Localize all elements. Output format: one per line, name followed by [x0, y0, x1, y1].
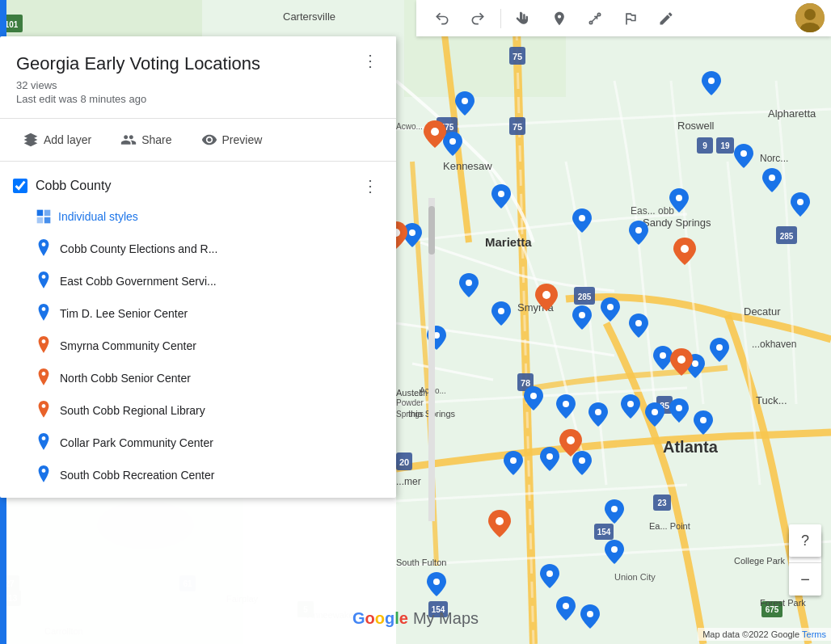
- sidebar-panel: Georgia Early Voting Locations 32 views …: [0, 36, 396, 498]
- sidebar-toolbar: Add layer Share Preview: [0, 119, 396, 162]
- svg-point-87: [635, 227, 642, 234]
- layer-header: Cobb County ⋮: [0, 162, 396, 205]
- user-avatar[interactable]: [795, 3, 825, 32]
- svg-point-111: [563, 603, 569, 609]
- ruler-tool-button[interactable]: [650, 6, 682, 32]
- pin-tool-button[interactable]: [543, 6, 576, 32]
- svg-point-84: [498, 308, 504, 314]
- svg-point-114: [611, 506, 618, 512]
- location-name: Collar Park Community Center: [60, 436, 213, 449]
- location-name: Tim D. Lee Senior Center: [60, 307, 188, 320]
- svg-rect-131: [44, 217, 51, 223]
- location-item[interactable]: North Cobb Senior Center: [0, 362, 396, 394]
- sidebar-more-button[interactable]: ⋮: [357, 49, 383, 72]
- sidebar-header: Georgia Early Voting Locations 32 views …: [0, 36, 396, 119]
- svg-text:...okhaven: ...okhaven: [752, 339, 796, 350]
- svg-point-82: [466, 280, 472, 286]
- svg-text:9: 9: [702, 141, 707, 150]
- svg-text:Eas... obb: Eas... obb: [631, 205, 674, 217]
- svg-point-94: [607, 304, 614, 310]
- preview-label: Preview: [222, 133, 263, 146]
- pin-icon: [36, 304, 52, 323]
- svg-text:23: 23: [657, 499, 667, 507]
- layer-title: Cobb County: [36, 179, 349, 193]
- svg-text:78: 78: [521, 378, 530, 388]
- svg-point-105: [700, 417, 707, 423]
- svg-text:154: 154: [597, 528, 611, 537]
- svg-point-120: [677, 356, 685, 364]
- svg-point-88: [676, 195, 682, 201]
- location-item[interactable]: Smyrna Community Center: [0, 330, 396, 362]
- svg-point-99: [530, 393, 537, 399]
- svg-point-101: [595, 409, 601, 415]
- svg-text:Marietta: Marietta: [485, 235, 532, 249]
- svg-text:Sandy Springs: Sandy Springs: [643, 217, 711, 229]
- svg-rect-128: [37, 209, 44, 216]
- undo-button[interactable]: [426, 6, 458, 32]
- svg-point-98: [716, 344, 723, 351]
- line-tool-button[interactable]: [579, 6, 611, 32]
- svg-text:Austell: Austell: [396, 388, 423, 398]
- layer-checkbox[interactable]: [13, 179, 27, 193]
- svg-text:101: 101: [5, 20, 19, 29]
- svg-point-81: [498, 191, 504, 197]
- svg-point-119: [567, 436, 575, 444]
- svg-point-103: [652, 409, 658, 415]
- add-layer-button[interactable]: Add layer: [16, 127, 98, 153]
- add-layer-icon: [23, 132, 39, 148]
- individual-styles-button[interactable]: Individual styles: [0, 205, 396, 233]
- svg-point-96: [660, 352, 666, 359]
- location-item[interactable]: East Cobb Government Servi...: [0, 265, 396, 297]
- svg-point-127: [597, 13, 600, 15]
- directions-tool-button[interactable]: [614, 6, 647, 32]
- location-name: South Cobb Regional Library: [60, 404, 205, 417]
- svg-text:Forest Park: Forest Park: [760, 598, 806, 608]
- svg-text:Powder: Powder: [396, 398, 424, 407]
- zoom-out-button[interactable]: −: [789, 563, 821, 596]
- location-item[interactable]: South Cobb Recreation Center: [0, 459, 396, 491]
- svg-point-95: [635, 320, 642, 326]
- svg-text:Cartersville: Cartersville: [283, 11, 335, 23]
- svg-point-126: [589, 21, 592, 23]
- layer-more-button[interactable]: ⋮: [357, 173, 383, 199]
- sidebar-scrollbar[interactable]: [428, 198, 435, 521]
- svg-point-107: [546, 453, 553, 460]
- svg-text:College Park: College Park: [734, 556, 785, 566]
- location-name: Cobb County Elections and R...: [60, 242, 217, 255]
- help-button[interactable]: ?: [789, 524, 821, 557]
- preview-button[interactable]: Preview: [195, 127, 269, 153]
- location-item[interactable]: South Cobb Regional Library: [0, 394, 396, 427]
- svg-point-102: [627, 401, 634, 407]
- hand-tool-button[interactable]: [508, 6, 540, 32]
- svg-point-116: [681, 245, 689, 253]
- svg-text:20: 20: [399, 457, 409, 467]
- svg-text:Atlanta: Atlanta: [663, 438, 719, 456]
- share-icon: [120, 132, 137, 148]
- scrollbar-thumb[interactable]: [428, 206, 435, 255]
- location-list: Cobb County Elections and R... East Cobb…: [0, 233, 396, 498]
- pin-icon: [36, 368, 52, 388]
- svg-point-117: [542, 291, 550, 299]
- location-item[interactable]: Tim D. Lee Senior Center: [0, 297, 396, 330]
- location-item[interactable]: Cobb County Elections and R...: [0, 233, 396, 265]
- svg-point-110: [546, 570, 553, 577]
- last-edit-text: Last edit was 8 minutes ago: [16, 93, 356, 105]
- svg-point-106: [510, 457, 517, 464]
- svg-text:...mer: ...mer: [396, 476, 421, 487]
- svg-text:Ea... Point: Ea... Point: [649, 521, 690, 531]
- map-title: Georgia Early Voting Locations: [16, 53, 356, 76]
- terms-link[interactable]: Terms: [802, 629, 826, 639]
- share-label: Share: [141, 133, 171, 146]
- svg-point-124: [804, 9, 816, 20]
- svg-text:285: 285: [578, 293, 592, 301]
- svg-point-109: [611, 546, 618, 553]
- location-item[interactable]: Collar Park Community Center: [0, 427, 396, 459]
- svg-text:154: 154: [432, 605, 445, 614]
- redo-button[interactable]: [462, 6, 494, 32]
- svg-point-90: [740, 150, 747, 157]
- pin-icon: [36, 336, 52, 356]
- share-button[interactable]: Share: [114, 127, 178, 153]
- map-attribution: Map data ©2022 Google Terms: [698, 628, 831, 641]
- svg-text:Roswell: Roswell: [677, 120, 715, 132]
- pin-icon: [36, 239, 52, 259]
